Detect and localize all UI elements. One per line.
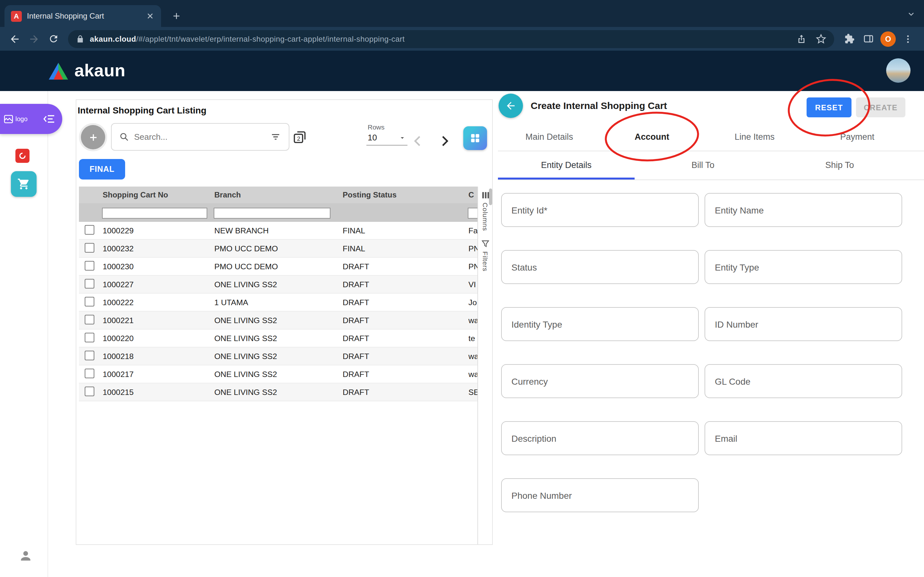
col-branch[interactable]: Branch <box>211 190 339 199</box>
browser-tab-strip: A Internal Shopping Cart <box>0 0 924 27</box>
tab-payment[interactable]: Payment <box>806 124 909 151</box>
row-checkbox[interactable] <box>85 368 94 378</box>
table-scrollbar[interactable] <box>489 189 492 205</box>
cell-status: DRAFT <box>339 298 465 307</box>
table-row[interactable]: 1000218 ONE LIVING SS2 DRAFT wa <box>79 348 477 366</box>
id-number-field[interactable]: ID Number <box>704 307 902 341</box>
columns-rail-label[interactable]: Columns <box>481 203 489 231</box>
search-input[interactable] <box>134 132 265 142</box>
row-checkbox[interactable] <box>85 350 94 360</box>
field-label: Identity Type <box>511 319 562 329</box>
tab-main-details[interactable]: Main Details <box>498 124 601 151</box>
description-field[interactable]: Description <box>501 421 699 455</box>
address-bar[interactable]: akaun.cloud/#/applet/tnt/wavelet/erp/int… <box>68 30 834 48</box>
pdf-icon[interactable] <box>15 149 29 163</box>
final-filter-button[interactable]: FINAL <box>79 159 125 179</box>
reset-button[interactable]: RESET <box>806 97 851 117</box>
table-row[interactable]: 1000227 ONE LIVING SS2 DRAFT VI <box>79 276 477 293</box>
tab-close-icon[interactable] <box>145 11 155 21</box>
account-person-icon[interactable] <box>19 549 33 563</box>
table-row[interactable]: 1000222 1 UTAMA DRAFT Jo <box>79 293 477 311</box>
status-field[interactable]: Status <box>501 250 699 284</box>
search-box[interactable] <box>111 123 289 151</box>
forward-button[interactable] <box>24 29 44 48</box>
bookmark-star-icon[interactable] <box>816 33 827 44</box>
tab-line-items[interactable]: Line Items <box>703 124 806 151</box>
subtab-bill-to[interactable]: Bill To <box>635 151 771 179</box>
row-checkbox[interactable] <box>85 279 94 288</box>
row-checkbox[interactable] <box>85 332 94 342</box>
browser-tab[interactable]: A Internal Shopping Cart <box>5 5 161 27</box>
cell-branch: ONE LIVING SS2 <box>211 280 339 289</box>
col-created[interactable]: C <box>465 190 477 199</box>
new-tab-button[interactable] <box>168 8 185 24</box>
back-button[interactable] <box>5 29 24 48</box>
filter-list-icon[interactable] <box>270 131 281 142</box>
tab-account[interactable]: Account <box>601 124 703 151</box>
table-row[interactable]: 1000220 ONE LIVING SS2 DRAFT te <box>79 330 477 348</box>
subtab-ship-to[interactable]: Ship To <box>771 151 908 179</box>
subtab-entity-details[interactable]: Entity Details <box>498 151 635 179</box>
col-cart-no[interactable]: Shopping Cart No <box>99 190 211 199</box>
plus-icon <box>172 11 181 21</box>
user-avatar[interactable] <box>886 58 911 83</box>
cart-no-filter-input[interactable] <box>102 208 207 219</box>
columns-icon[interactable] <box>481 191 489 199</box>
extensions-puzzle-icon[interactable] <box>839 29 859 48</box>
cell-created: wa <box>465 370 477 379</box>
entity-type-field[interactable]: Entity Type <box>704 250 902 284</box>
row-checkbox[interactable] <box>85 314 94 324</box>
site-favicon: A <box>11 11 22 21</box>
table-row[interactable]: 1000230 PMO UCC DEMO DRAFT PN <box>79 258 477 276</box>
phone-number-field[interactable]: Phone Number <box>501 478 699 512</box>
duplicate-view-icon[interactable]: 2 <box>292 130 307 144</box>
col-posting-status[interactable]: Posting Status <box>339 190 465 199</box>
create-button[interactable]: CREATE <box>856 97 905 117</box>
sidebar-logo-pill[interactable]: logo <box>0 104 62 134</box>
field-label: Entity Name <box>715 205 764 215</box>
browser-menu-icon[interactable] <box>898 29 918 48</box>
table-filter-row <box>79 203 477 222</box>
entity-name-field[interactable]: Entity Name <box>704 193 902 227</box>
prev-page-chevron[interactable] <box>410 133 425 149</box>
add-cart-button[interactable] <box>81 125 105 149</box>
table-row[interactable]: 1000215 ONE LIVING SS2 DRAFT SE <box>79 384 477 401</box>
cell-created: Fa <box>465 226 477 235</box>
table-row[interactable]: 1000229 NEW BRANCH FINAL Fa <box>79 222 477 240</box>
browser-profile-avatar[interactable]: O <box>880 31 896 47</box>
shopping-cart-nav-button[interactable] <box>11 171 37 197</box>
row-checkbox[interactable] <box>85 225 94 234</box>
row-checkbox[interactable] <box>85 297 94 306</box>
identity-type-field[interactable]: Identity Type <box>501 307 699 341</box>
row-checkbox[interactable] <box>85 243 94 252</box>
filters-rail-label[interactable]: Filters <box>481 251 489 271</box>
filters-funnel-icon[interactable] <box>481 240 489 248</box>
share-icon[interactable] <box>796 34 806 44</box>
cell-cart-no: 1000222 <box>99 298 211 307</box>
panel-back-button[interactable] <box>499 93 523 118</box>
row-checkbox[interactable] <box>85 386 94 396</box>
table-row[interactable]: 1000217 ONE LIVING SS2 DRAFT wa <box>79 366 477 384</box>
panel-title: Create Internal Shopping Cart <box>531 100 667 111</box>
side-panel-icon[interactable] <box>859 29 878 48</box>
entity-details-form: Entity Id* Entity Name Status Entity Typ… <box>501 193 905 512</box>
email-field[interactable]: Email <box>704 421 902 455</box>
rows-per-page-select[interactable]: Rows 10 <box>367 123 407 145</box>
table-row[interactable]: 1000232 PMO UCC DEMO FINAL PN <box>79 240 477 258</box>
cell-status: DRAFT <box>339 388 465 396</box>
tab-search-chevron-icon[interactable] <box>906 9 916 19</box>
table-row[interactable]: 1000221 ONE LIVING SS2 DRAFT wa <box>79 311 477 330</box>
currency-field[interactable]: Currency <box>501 364 699 398</box>
row-checkbox[interactable] <box>85 261 94 270</box>
grid-view-button[interactable] <box>463 126 487 150</box>
created-filter-input[interactable] <box>468 208 477 219</box>
field-label: Status <box>511 262 537 272</box>
reload-button[interactable] <box>44 29 63 48</box>
cell-branch: ONE LIVING SS2 <box>211 351 339 361</box>
create-panel: Create Internal Shopping Cart RESET CREA… <box>498 91 924 577</box>
branch-filter-input[interactable] <box>214 208 330 219</box>
gl-code-field[interactable]: GL Code <box>704 364 902 398</box>
menu-toggle-icon[interactable] <box>43 113 56 124</box>
next-page-chevron[interactable] <box>437 133 452 149</box>
entity-id-field[interactable]: Entity Id* <box>501 193 699 227</box>
